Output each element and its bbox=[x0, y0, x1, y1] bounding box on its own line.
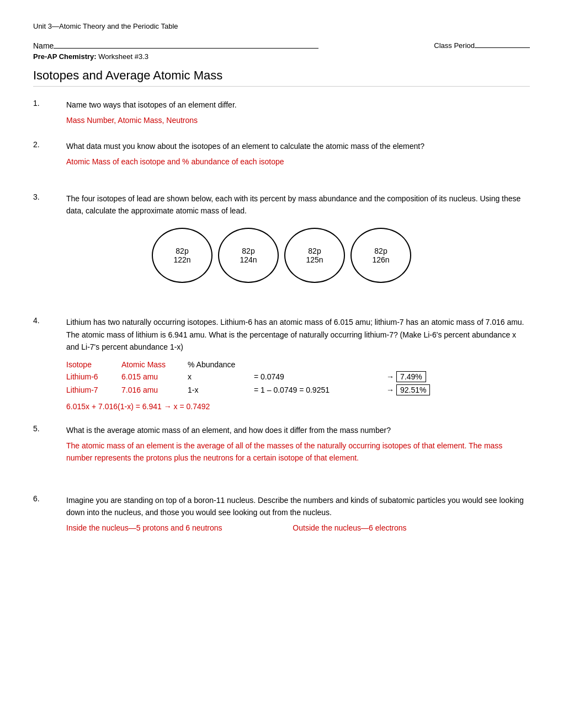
isotope-1-calc: = 0.0749 bbox=[254, 372, 386, 381]
nucleus-4-protons: 82p bbox=[374, 247, 387, 255]
q2-answer: Atomic Mass of each isotope and % abunda… bbox=[66, 156, 530, 168]
nucleus-4: 82p 126n bbox=[350, 228, 411, 283]
question-1: 1. Name two ways that isotopes of an ele… bbox=[33, 99, 530, 127]
q3-number: 3. bbox=[33, 192, 66, 201]
q6-answer-outside: Outside the nucleus—6 electrons bbox=[293, 523, 406, 532]
isotope-table: Isotope Atomic Mass % Abundance Lithium-… bbox=[66, 360, 530, 395]
q1-answer: Mass Number, Atomic Mass, Neutrons bbox=[66, 114, 530, 126]
table-header: Isotope Atomic Mass % Abundance bbox=[66, 360, 530, 369]
q5-text: What is the average atomic mass of an el… bbox=[66, 424, 530, 436]
col-header-abundance: % Abundance bbox=[188, 360, 254, 369]
q2-number: 2. bbox=[33, 140, 66, 149]
isotope-1-name: Lithium-6 bbox=[66, 372, 121, 381]
name-label: Name bbox=[33, 41, 54, 50]
isotope-2-name: Lithium-7 bbox=[66, 386, 121, 394]
question-3: 3. The four isotopes of lead are shown b… bbox=[33, 192, 530, 283]
q4-text: Lithium has two naturally occurring isot… bbox=[66, 316, 530, 353]
isotope-1-mass: 6.015 amu bbox=[121, 372, 188, 381]
q2-text: What data must you know about the isotop… bbox=[66, 140, 530, 152]
worksheet-label: Pre-AP Chemistry: Worksheet #3.3 bbox=[33, 52, 530, 61]
page-title: Isotopes and Average Atomic Mass bbox=[33, 68, 530, 87]
q1-number: 1. bbox=[33, 99, 66, 108]
isotope-2-mass: 7.016 amu bbox=[121, 386, 188, 394]
col-header-isotope: Isotope bbox=[66, 360, 121, 369]
q6-answer: Inside the nucleus—5 protons and 6 neutr… bbox=[66, 522, 530, 534]
q6-text: Imagine you are standing on top of a bor… bbox=[66, 494, 530, 519]
nuclei-diagram: 82p 122n 82p 124n 82p 125n 82p 126n bbox=[33, 228, 530, 283]
isotope-2-abundance: 1-x bbox=[188, 386, 254, 394]
worksheet-bold: Pre-AP Chemistry: bbox=[33, 52, 97, 61]
isotope-1-result: → 7.49% bbox=[386, 371, 426, 382]
question-5: 5. What is the average atomic mass of an… bbox=[33, 424, 530, 464]
q6-answer-inside: Inside the nucleus—5 protons and 6 neutr… bbox=[66, 523, 222, 532]
isotope-2-result: → 92.51% bbox=[386, 384, 430, 395]
result-box-2: 92.51% bbox=[396, 384, 430, 395]
q1-text: Name two ways that isotopes of an elemen… bbox=[66, 99, 530, 111]
nucleus-3-protons: 82p bbox=[308, 247, 321, 255]
arrow-1: → bbox=[386, 372, 394, 381]
nucleus-3: 82p 125n bbox=[284, 228, 345, 283]
table-row-1: Lithium-6 6.015 amu x = 0.0749 → 7.49% bbox=[66, 371, 530, 382]
arrow-2: → bbox=[386, 386, 394, 394]
class-period-label: Class Period bbox=[434, 41, 475, 50]
result-box-1: 7.49% bbox=[396, 371, 426, 382]
col-header-mass: Atomic Mass bbox=[121, 360, 188, 369]
table-row-2: Lithium-7 7.016 amu 1-x = 1 – 0.0749 = 0… bbox=[66, 384, 530, 395]
q6-number: 6. bbox=[33, 494, 66, 503]
isotope-1-abundance: x bbox=[188, 372, 254, 381]
nucleus-1-protons: 82p bbox=[176, 247, 188, 255]
unit-title: Unit 3—Atomic Theory and the Periodic Ta… bbox=[33, 22, 530, 30]
nucleus-4-neutrons: 126n bbox=[372, 255, 389, 264]
q5-number: 5. bbox=[33, 424, 66, 433]
q3-text: The four isotopes of lead are shown belo… bbox=[66, 192, 530, 217]
q5-answer: The atomic mass of an element is the ave… bbox=[66, 440, 530, 464]
nucleus-3-neutrons: 125n bbox=[306, 255, 323, 264]
q4-number: 4. bbox=[33, 316, 66, 325]
nucleus-2-protons: 82p bbox=[242, 247, 254, 255]
nucleus-1: 82p 122n bbox=[152, 228, 213, 283]
nucleus-2: 82p 124n bbox=[218, 228, 279, 283]
class-period-field: Class Period bbox=[434, 41, 530, 50]
name-field: Name bbox=[33, 41, 318, 50]
nucleus-1-neutrons: 122n bbox=[173, 255, 190, 264]
equation-line: 6.015x + 7.016(1-x) = 6.941 → x = 0.7492 bbox=[66, 402, 530, 411]
nucleus-2-neutrons: 124n bbox=[240, 255, 257, 264]
question-4: 4. Lithium has two naturally occurring i… bbox=[33, 316, 530, 410]
name-row: Name Class Period bbox=[33, 41, 530, 50]
isotope-2-calc: = 1 – 0.0749 = 0.9251 bbox=[254, 386, 386, 394]
question-6: 6. Imagine you are standing on top of a … bbox=[33, 494, 530, 534]
worksheet-sub: Worksheet #3.3 bbox=[98, 52, 148, 61]
question-2: 2. What data must you know about the iso… bbox=[33, 140, 530, 168]
